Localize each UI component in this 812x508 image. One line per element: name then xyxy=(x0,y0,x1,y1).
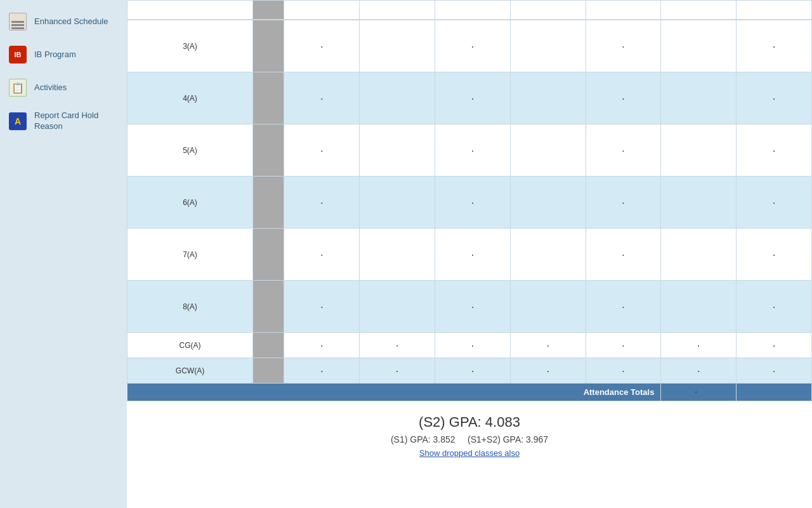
attendance-dot: · xyxy=(661,384,737,401)
main-content: 3(A) · · · · 4(A) · · xyxy=(127,0,812,508)
table-row-4a: 4(A) · · · · xyxy=(128,72,812,124)
cell-4a-1: · xyxy=(284,72,360,124)
cell-5a-5: · xyxy=(586,124,661,177)
cell-6a-4 xyxy=(510,177,586,229)
gpa-section: (S2) GPA: 4.083 (S1) GPA: 3.852 (S1+S2) … xyxy=(127,401,812,464)
cell-4a-4 xyxy=(510,72,586,124)
attendance-totals-row: Attendance Totals · xyxy=(128,384,812,401)
cell-4a-7: · xyxy=(737,72,812,124)
sidebar-item-activities[interactable]: 📋 Activities xyxy=(0,71,127,104)
schedule-rows-table: 3(A) · · · · 4(A) · · xyxy=(127,20,812,401)
cell-3a-6 xyxy=(661,20,737,72)
cell-5a-1: · xyxy=(284,124,360,177)
gpa-s1-value: (S1) GPA: 3.852 xyxy=(391,434,455,444)
cell-7a-2 xyxy=(360,229,435,281)
report-card-icon: A xyxy=(8,111,28,131)
cell-5a-4 xyxy=(510,124,586,177)
cell-8a-2 xyxy=(360,281,435,333)
cell-4a-6 xyxy=(661,72,737,124)
cell-4a-3: · xyxy=(435,72,511,124)
cell-gcwa-2: · xyxy=(360,358,435,384)
table-row-gcwa: GCW(A) · · · · · · · xyxy=(128,358,812,384)
gray-bar-6a xyxy=(252,177,284,229)
gray-bar-gcwa xyxy=(252,358,284,384)
cell-gcwa-5: · xyxy=(586,358,661,384)
cell-3a-3: · xyxy=(435,20,511,72)
cell-5a-2 xyxy=(360,124,435,177)
cell-3a-1: · xyxy=(284,20,360,72)
attendance-totals-label: Attendance Totals xyxy=(128,384,661,401)
row-label-6a: 6(A) xyxy=(128,177,253,229)
cell-gcwa-3: · xyxy=(435,358,511,384)
schedule-container[interactable]: 3(A) · · · · 4(A) · · xyxy=(127,0,812,508)
gpa-s2-label: (S2) GPA: 4.083 xyxy=(127,414,812,431)
cell-7a-6 xyxy=(661,229,737,281)
sidebar-item-report-card-hold-reason[interactable]: A Report Card Hold Reason xyxy=(0,104,127,138)
sidebar-label-enhanced-schedule: Enhanced Schedule xyxy=(34,17,108,27)
gray-bar-7a xyxy=(252,229,284,281)
cell-8a-7: · xyxy=(737,281,812,333)
cell-3a-7: · xyxy=(737,20,812,72)
cell-cga-3: · xyxy=(435,333,511,358)
cell-cga-5: · xyxy=(586,333,661,358)
cell-8a-6 xyxy=(661,281,737,333)
cell-7a-1: · xyxy=(284,229,360,281)
cell-3a-5: · xyxy=(586,20,661,72)
sidebar-label-activities: Activities xyxy=(34,83,67,93)
cell-7a-5: · xyxy=(586,229,661,281)
table-row-5a: 5(A) · · · · xyxy=(128,124,812,177)
cell-6a-3: · xyxy=(435,177,511,229)
table-row-8a: 8(A) · · · · xyxy=(128,281,812,333)
cell-8a-5: · xyxy=(586,281,661,333)
row-label-5a: 5(A) xyxy=(128,124,253,177)
row-label-4a: 4(A) xyxy=(128,72,253,124)
sidebar-item-enhanced-schedule[interactable]: Enhanced Schedule xyxy=(0,5,127,38)
cell-6a-5: · xyxy=(586,177,661,229)
table-row-6a: 6(A) · · · · xyxy=(128,177,812,229)
cell-6a-6 xyxy=(661,177,737,229)
gpa-s1s2-labels: (S1) GPA: 3.852 (S1+S2) GPA: 3.967 xyxy=(127,434,812,444)
row-label-7a: 7(A) xyxy=(128,229,253,281)
table-row-cga: CG(A) · · · · · · · xyxy=(128,333,812,358)
row-label-gcwa: GCW(A) xyxy=(128,358,253,384)
cell-8a-4 xyxy=(510,281,586,333)
cell-cga-7: · xyxy=(737,333,812,358)
schedule-table xyxy=(127,0,812,20)
cell-5a-7: · xyxy=(737,124,812,177)
attendance-dot2 xyxy=(737,384,812,401)
row-label-cga: CG(A) xyxy=(128,333,253,358)
cell-gcwa-6: · xyxy=(661,358,737,384)
sidebar-label-ib-program: IB Program xyxy=(34,50,76,60)
cell-cga-6: · xyxy=(661,333,737,358)
gray-bar-8a xyxy=(252,281,284,333)
cell-6a-1: · xyxy=(284,177,360,229)
sidebar-item-ib-program[interactable]: IB IB Program xyxy=(0,38,127,71)
sidebar: Enhanced Schedule IB IB Program 📋 Activi… xyxy=(0,0,127,508)
cell-4a-5: · xyxy=(586,72,661,124)
cell-8a-1: · xyxy=(284,281,360,333)
table-row-3a: 3(A) · · · · xyxy=(128,20,812,72)
show-dropped-link[interactable]: Show dropped classes also xyxy=(127,448,812,458)
cell-8a-3: · xyxy=(435,281,511,333)
cell-6a-2 xyxy=(360,177,435,229)
row-label-3a: 3(A) xyxy=(128,20,253,72)
gray-bar-3a xyxy=(252,20,284,72)
cell-gcwa-1: · xyxy=(284,358,360,384)
cell-6a-7: · xyxy=(737,177,812,229)
gray-bar-4a xyxy=(252,72,284,124)
cell-7a-7: · xyxy=(737,229,812,281)
gpa-s1s2-value: (S1+S2) GPA: 3.967 xyxy=(468,434,548,444)
row-label-8a: 8(A) xyxy=(128,281,253,333)
table-row-7a: 7(A) · · · · xyxy=(128,229,812,281)
cell-cga-4: · xyxy=(510,333,586,358)
cell-cga-1: · xyxy=(284,333,360,358)
gray-bar-cga xyxy=(252,333,284,358)
cell-5a-6 xyxy=(661,124,737,177)
cell-5a-3: · xyxy=(435,124,511,177)
cell-3a-2 xyxy=(360,20,435,72)
sidebar-label-report-card-hold-reason: Report Card Hold Reason xyxy=(34,110,119,132)
cell-7a-3: · xyxy=(435,229,511,281)
cell-3a-4 xyxy=(510,20,586,72)
cell-gcwa-4: · xyxy=(510,358,586,384)
table-row-top-empty xyxy=(128,1,812,20)
